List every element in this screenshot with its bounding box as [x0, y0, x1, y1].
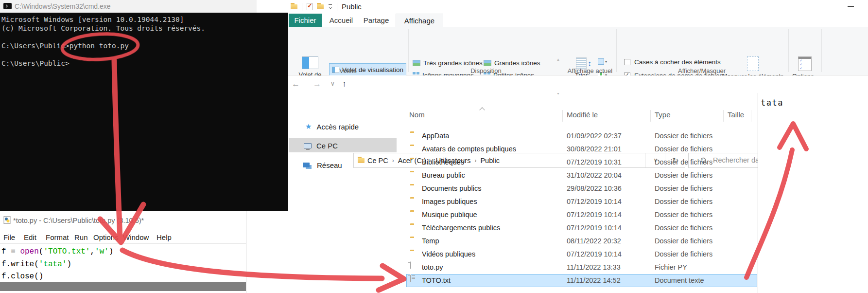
file-type: Document texte: [655, 274, 704, 287]
file-row-documents-publics[interactable]: Documents publics 29/08/2022 10:36 Dossi…: [406, 182, 757, 195]
code-text: f.write(: [1, 260, 39, 269]
column-header-nom[interactable]: Nom: [409, 108, 425, 122]
cmd-prompt-line: C:\Users\Public>: [1, 59, 69, 67]
menu-edit[interactable]: Edit: [24, 233, 36, 241]
cmd-window: C:\Windows\System32\cmd.exe Microsoft Wi…: [0, 0, 288, 211]
desktop: Public Fichier Accueil Partage Affichage…: [0, 0, 868, 293]
properties-check-icon[interactable]: [307, 3, 312, 10]
checkbox-unchecked-icon[interactable]: [624, 59, 630, 65]
menu-run[interactable]: Run: [74, 233, 88, 241]
history-dropdown-icon[interactable]: ∨: [330, 80, 335, 87]
file-modified: 07/12/2019 10:14: [567, 248, 622, 261]
location-folder-icon: [358, 158, 365, 163]
sidebar-item-acces-rapide[interactable]: ★ Accès rapide: [305, 120, 359, 133]
tab-accueil[interactable]: Accueil: [326, 14, 357, 27]
menu-options[interactable]: Options: [93, 233, 119, 241]
cmd-output-line: (c) Microsoft Corporation. Tous droits r…: [1, 24, 205, 32]
preview-pane-icon: [332, 67, 339, 73]
menu-help[interactable]: Help: [156, 233, 172, 241]
new-folder-icon[interactable]: [317, 4, 324, 9]
code-line-3[interactable]: f.close(): [1, 272, 43, 281]
column-divider[interactable]: [562, 110, 563, 122]
group-by-button[interactable]: ▾: [598, 58, 607, 65]
file-name: Documents publics: [422, 182, 482, 195]
column-divider[interactable]: [723, 110, 724, 122]
code-string: 'w': [95, 247, 109, 256]
notepad-content[interactable]: tata: [761, 98, 783, 108]
code-line-2[interactable]: f.write('tata'): [1, 260, 71, 269]
file-row-toto-py[interactable]: toto.py 11/11/2022 13:33 Fichier PY: [406, 261, 757, 274]
column-header-modifie[interactable]: Modifié le: [567, 108, 598, 122]
address-bar-row: ← → ∨ ↑ Ce PC› Acer (C:)› Utilisateurs› …: [257, 75, 868, 93]
file-row-musique-publique[interactable]: Musique publique 07/12/2019 10:14 Dossie…: [406, 208, 757, 221]
file-name: Bibliothèques: [422, 156, 464, 169]
sidebar-item-label: Accès rapide: [316, 123, 359, 131]
menu-file[interactable]: File: [3, 233, 15, 241]
computer-icon: [304, 143, 312, 148]
minimize-button[interactable]: [848, 6, 854, 7]
breadcrumb-separator: ›: [392, 157, 394, 164]
item-checkboxes-option[interactable]: Cases à cocher des éléments: [624, 58, 721, 66]
network-icon: [303, 163, 310, 167]
navigation-pane-icon: [302, 56, 318, 69]
file-row-bibliotheques[interactable]: Bibliothèques 07/12/2019 10:31 Dossier d…: [406, 156, 757, 169]
scroll-up-icon[interactable]: ▲: [556, 57, 560, 62]
cmd-icon: [3, 3, 12, 9]
tab-partage[interactable]: Partage: [361, 14, 392, 27]
tab-affichage[interactable]: Affichage: [396, 14, 443, 27]
file-modified: 31/10/2022 20:04: [567, 169, 622, 182]
file-row-avatars[interactable]: Avatars de comptes publiques 30/08/2022 …: [406, 143, 757, 156]
column-divider[interactable]: [751, 110, 751, 122]
group-divider: [616, 29, 617, 72]
customize-toolbar-icon[interactable]: [328, 4, 332, 9]
file-modified: 30/08/2022 21:01: [567, 143, 622, 156]
file-row-appdata[interactable]: AppData 01/09/2022 02:37 Dossier de fich…: [406, 129, 757, 143]
group-divider: [408, 29, 409, 72]
cmd-terminal[interactable]: Microsoft Windows [version 10.0.19044.21…: [0, 13, 288, 211]
sidebar-item-label: Réseau: [317, 161, 342, 169]
file-type: Fichier PY: [655, 261, 687, 274]
forward-icon[interactable]: →: [313, 79, 321, 89]
column-header-taille[interactable]: Taille: [728, 108, 744, 122]
cmd-titlebar[interactable]: C:\Windows\System32\cmd.exe: [0, 0, 257, 13]
idle-editor-window: *toto.py - C:\Users\Public\toto.py (3.10…: [0, 211, 246, 293]
group-label-disposition: Disposition: [470, 67, 502, 74]
idle-selection-bar[interactable]: [0, 282, 246, 291]
notepad-window[interactable]: tata: [758, 93, 868, 293]
file-row-images-publiques[interactable]: Images publiques 07/12/2019 10:14 Dossie…: [406, 195, 757, 208]
menu-format[interactable]: Format: [46, 233, 69, 241]
group-divider: [821, 29, 822, 72]
file-name: Avatars de comptes publiques: [422, 143, 516, 156]
file-modified: 07/12/2019 10:14: [567, 208, 622, 221]
sidebar-item-reseau[interactable]: Réseau: [303, 158, 342, 172]
file-type: Dossier de fichiers: [655, 169, 712, 182]
code-line-1[interactable]: f = open('TOTO.txt','w'): [1, 247, 113, 256]
breadcrumb-ce-pc[interactable]: Ce PC: [367, 157, 388, 165]
file-row-temp[interactable]: Temp 08/11/2022 20:32 Dossier de fichier…: [406, 235, 757, 248]
file-row-videos-publiques[interactable]: Vidéos publiques 07/12/2019 10:14 Dossie…: [406, 248, 757, 261]
ribbon-tabs: Fichier Accueil Partage Affichage: [257, 14, 868, 27]
quick-access-toolbar: Public: [291, 2, 362, 11]
file-row-toto-txt-selected[interactable]: TOTO.txt 11/11/2022 14:52 Document texte: [406, 274, 757, 287]
divider: [0, 243, 246, 243]
sidebar-item-ce-pc[interactable]: Ce PC: [304, 139, 338, 152]
tab-fichier[interactable]: Fichier: [289, 14, 322, 27]
group-by-icon: [598, 58, 604, 65]
menu-window[interactable]: Window: [123, 233, 149, 241]
column-header-type[interactable]: Type: [655, 108, 671, 122]
file-row-bureau-public[interactable]: Bureau public 31/10/2022 20:04 Dossier d…: [406, 169, 757, 182]
file-name: Bureau public: [422, 169, 465, 182]
file-row-telechargements[interactable]: Téléchargements publics 07/12/2019 10:14…: [406, 221, 757, 235]
back-icon[interactable]: ←: [292, 79, 300, 89]
quick-access-star-icon: ★: [305, 122, 312, 131]
file-modified: 08/11/2022 20:32: [567, 235, 621, 248]
cmd-output-line: Microsoft Windows [version 10.0.19044.21…: [1, 16, 184, 23]
ribbon: Volet de navigation Volet de visualisati…: [257, 27, 868, 75]
cmd-command-line: C:\Users\Public>python toto.py: [1, 42, 129, 50]
folder-icon[interactable]: [291, 4, 297, 9]
file-type: Dossier de fichiers: [655, 156, 712, 169]
file-type: Dossier de fichiers: [655, 129, 712, 143]
up-icon[interactable]: ↑: [342, 79, 347, 89]
column-divider[interactable]: [650, 110, 651, 122]
options-icon: [798, 56, 812, 71]
